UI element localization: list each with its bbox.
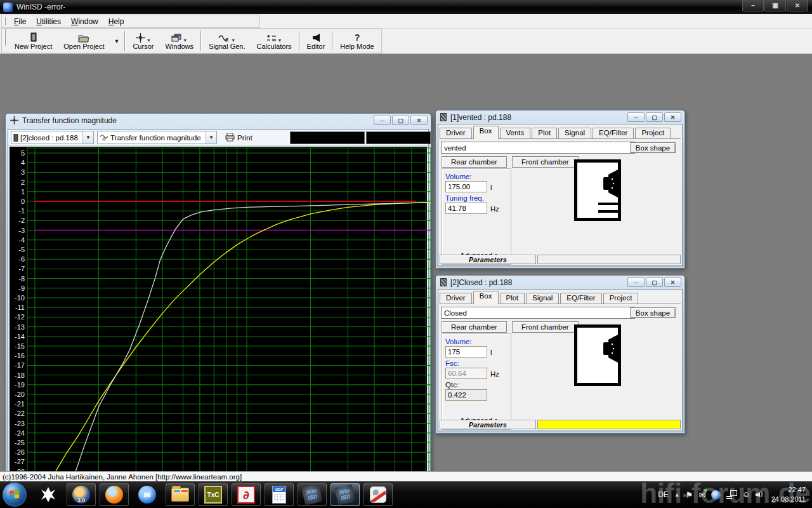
tab-project[interactable]: Project — [603, 293, 639, 304]
volume-icon[interactable]: ) — [756, 490, 766, 499]
minimize-button[interactable]: ─ — [627, 112, 645, 122]
box-shape-button[interactable]: Box shape — [630, 142, 676, 153]
svg-text:-8: -8 — [18, 275, 25, 283]
cursor-button[interactable]: ▼Cursor — [127, 29, 159, 53]
network-icon[interactable] — [726, 490, 737, 499]
menu-window[interactable]: Window — [66, 16, 103, 27]
svg-text:-19: -19 — [15, 381, 25, 389]
svg-text:-4: -4 — [18, 236, 25, 244]
open-project-button[interactable]: Open Project — [58, 29, 110, 53]
firefox-taskbar-button[interactable] — [100, 483, 129, 506]
menubar-grip[interactable] — [4, 17, 6, 25]
tab-signal[interactable]: Signal — [526, 293, 559, 304]
rear-chamber-tab[interactable]: Rear chamber — [442, 321, 507, 333]
svg-text:-14: -14 — [15, 333, 25, 340]
hidden-icons-chevron[interactable]: ▲ — [674, 491, 680, 498]
front-chamber-tab[interactable]: Front chamber — [512, 156, 579, 168]
tab-project[interactable]: Project — [635, 128, 671, 139]
plot-restore-button[interactable]: ▢ — [392, 116, 409, 125]
calculators-button[interactable]: ▼Calculators — [251, 29, 298, 53]
vented-project-window: [1]vented : pd.188─▢✕DriverBoxVentsPlotS… — [435, 110, 685, 269]
open-project-dropdown[interactable]: ▼ — [110, 38, 124, 44]
mail-update-icon[interactable]: ✉▼ — [698, 490, 705, 500]
texniccenter-taskbar-button[interactable]: TxC — [199, 483, 228, 506]
svg-text:-6: -6 — [18, 255, 25, 263]
plot-area[interactable]: 543210-1-2-3-4-5-6-7-8-9-10-11-12-13-14-… — [10, 147, 427, 498]
tab-plot[interactable]: Plot — [500, 293, 525, 304]
start-button[interactable] — [3, 483, 27, 507]
rear-chamber-tab[interactable]: Rear chamber — [442, 156, 507, 168]
child-window-titlebar[interactable]: [1]vented : pd.188─▢✕ — [436, 110, 684, 124]
plot-window-titlebar[interactable]: Transfer function magnitude ─ ▢ ✕ — [6, 114, 431, 127]
signal-gen--button[interactable]: ▼Signal Gen. — [203, 29, 251, 53]
language-indicator[interactable]: DE — [658, 490, 669, 499]
svg-text:-9: -9 — [18, 284, 25, 292]
box-shape-button[interactable]: Box shape — [630, 307, 676, 318]
restore-button[interactable]: ▢ — [646, 277, 663, 287]
tab-driver[interactable]: Driver — [440, 293, 472, 304]
new-project-button[interactable]: New Project — [9, 29, 58, 53]
volume-input[interactable] — [445, 346, 487, 358]
minimize-button[interactable]: ─ — [627, 277, 645, 287]
tab-plot[interactable]: Plot — [532, 128, 557, 139]
winisd-taskbar-button[interactable]: Win ISD — [298, 483, 327, 506]
winisd-app-icon — [3, 3, 13, 12]
clock[interactable]: 22:47 24.08.2011 — [771, 485, 806, 504]
print-button[interactable]: Print — [220, 131, 258, 144]
texniccenter-icon: TxC — [204, 486, 222, 504]
plot-minimize-button[interactable]: ─ — [374, 116, 391, 125]
chevron-down-icon[interactable]: ▼ — [82, 131, 93, 144]
tab-vents[interactable]: Vents — [500, 128, 531, 139]
help-mode-button[interactable]: ?Help Mode — [334, 29, 379, 53]
volume-input[interactable] — [445, 181, 487, 192]
restore-button[interactable]: ▢ — [646, 112, 663, 122]
plot-type-select[interactable]: Transfer function magnitude ▼ — [97, 131, 217, 144]
close-button[interactable]: ✕ — [664, 277, 681, 287]
tuning-freq-input[interactable] — [445, 203, 487, 214]
toolbar-grip[interactable] — [4, 29, 6, 46]
foobar2000-taskbar-button[interactable] — [34, 483, 63, 506]
windows-icon: ▼ — [171, 32, 187, 43]
browser30-taskbar-button[interactable]: 3.0 — [67, 483, 96, 506]
box-name-field[interactable] — [441, 307, 635, 319]
field-label: Tuning freq. — [445, 194, 508, 202]
front-chamber-tab[interactable]: Front chamber — [512, 321, 579, 333]
menu-file[interactable]: File — [9, 16, 31, 27]
windows-button[interactable]: ▼Windows — [159, 29, 199, 53]
plot-close-button[interactable]: ✕ — [410, 116, 428, 125]
app-statusbar: (c)1996-2004 Juha Hartikainen, Janne Aho… — [0, 471, 812, 481]
tab-box[interactable]: Box — [473, 291, 499, 304]
globe-icon[interactable] — [711, 490, 721, 500]
editor-button[interactable]: Editor — [301, 29, 331, 53]
tab-eq-filter[interactable]: EQ/Filter — [593, 128, 634, 139]
driver-select[interactable]: [2]closed : pd.188 ▼ — [11, 131, 94, 144]
tab-eq-filter[interactable]: EQ/Filter — [560, 293, 601, 304]
svg-text:-18: -18 — [15, 371, 25, 379]
unit-label: Hz — [490, 205, 499, 214]
close-button[interactable]: ✕ — [664, 112, 681, 122]
tab-box[interactable]: Box — [473, 126, 499, 139]
tab-driver[interactable]: Driver — [440, 128, 472, 139]
odf-taskbar-button[interactable]: ODF — [265, 483, 294, 506]
tab-signal[interactable]: Signal — [558, 128, 591, 139]
unit-label: l — [490, 184, 492, 192]
restore-button[interactable]: ▣ — [764, 0, 786, 11]
menu-utilities[interactable]: Utilities — [31, 16, 66, 27]
chevron-down-icon[interactable]: ▼ — [206, 131, 216, 144]
cursor-icon: ▼ — [136, 32, 151, 43]
djvu-taskbar-button[interactable]: ∂ — [232, 483, 261, 506]
box-name-field[interactable] — [441, 142, 635, 154]
transfer-function-chart: 543210-1-2-3-4-5-6-7-8-9-10-11-12-13-14-… — [10, 147, 432, 501]
svg-text:-27: -27 — [15, 458, 25, 465]
explorer-taskbar-button[interactable] — [166, 483, 195, 506]
child-window-titlebar[interactable]: [2]Closed : pd.188─▢✕ — [436, 276, 684, 289]
winisd-taskbar-button[interactable]: Win ISD — [331, 483, 360, 506]
svg-text:-25: -25 — [15, 439, 25, 446]
action-center-flag-icon[interactable]: ⚑ — [686, 490, 693, 500]
close-button[interactable]: ✕ — [787, 0, 808, 11]
krita-taskbar-button[interactable] — [363, 483, 393, 506]
minimize-button[interactable]: – — [742, 0, 764, 11]
safely-remove-icon[interactable]: ⎉ — [743, 490, 749, 500]
menu-help[interactable]: Help — [103, 16, 129, 27]
thunderbird-taskbar-button[interactable]: ✉ — [133, 483, 162, 506]
